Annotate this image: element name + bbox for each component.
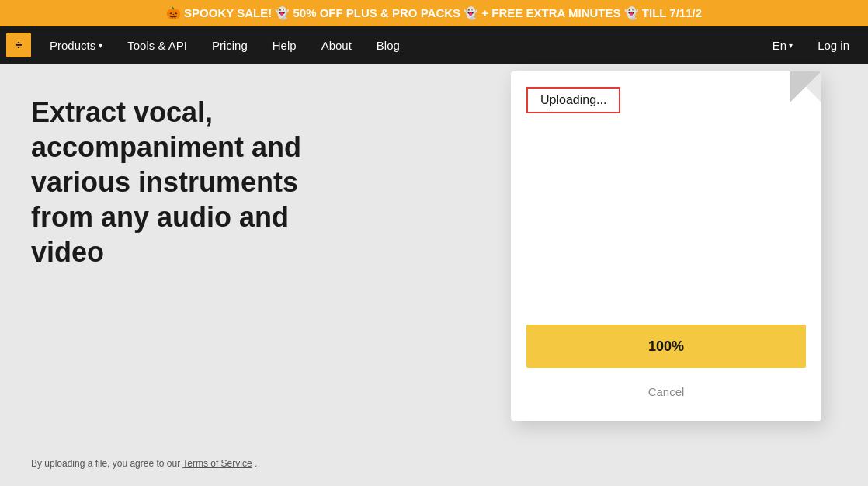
terms-link[interactable]: Terms of Service [182, 458, 252, 469]
hero-heading: Extract vocal, accompaniment and various… [31, 95, 357, 269]
lang-chevron-icon: ▾ [789, 41, 793, 50]
promo-banner: 🎃 SPOOKY SALE! 👻 50% OFF PLUS & PRO PACK… [0, 0, 868, 26]
chevron-down-icon: ▾ [99, 41, 102, 50]
nav-item-pricing[interactable]: Pricing [200, 26, 260, 64]
upload-spacer [526, 123, 806, 325]
cancel-button[interactable]: Cancel [526, 377, 806, 405]
uploading-label: Uploading... [526, 87, 620, 113]
navbar: ÷ Products ▾ Tools & API Pricing Help Ab… [0, 26, 868, 64]
login-button[interactable]: Log in [805, 26, 862, 64]
nav-item-help[interactable]: Help [260, 26, 309, 64]
nav-item-blog[interactable]: Blog [364, 26, 412, 64]
language-selector[interactable]: En ▾ [763, 26, 802, 64]
main-content: Extract vocal, accompaniment and various… [0, 64, 868, 481]
nav-item-products[interactable]: Products ▾ [37, 26, 115, 64]
nav-logo[interactable]: ÷ [6, 33, 31, 57]
nav-items: Products ▾ Tools & API Pricing Help Abou… [37, 26, 763, 64]
banner-text: 🎃 SPOOKY SALE! 👻 50% OFF PLUS & PRO PACK… [166, 6, 702, 19]
upload-card-wrapper: Uploading... 100% Cancel [511, 71, 821, 421]
nav-item-tools[interactable]: Tools & API [115, 26, 200, 64]
nav-item-about[interactable]: About [309, 26, 364, 64]
upload-card: Uploading... 100% Cancel [511, 71, 821, 421]
progress-label: 100% [648, 338, 684, 355]
nav-right: En ▾ Log in [763, 26, 862, 64]
terms-text: By uploading a file, you agree to our Te… [31, 458, 257, 469]
progress-bar: 100% [526, 325, 806, 368]
